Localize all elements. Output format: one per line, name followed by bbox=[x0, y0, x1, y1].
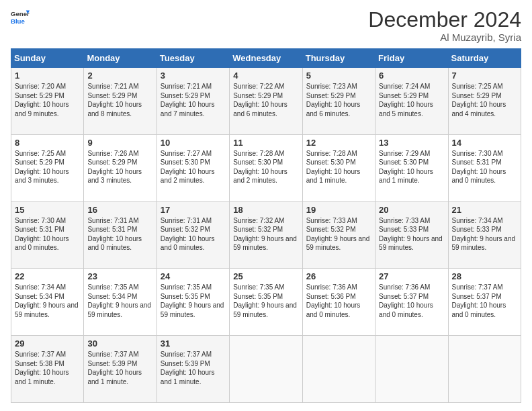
calendar-cell: 8 Sunrise: 7:25 AMSunset: 5:29 PMDayligh… bbox=[11, 134, 84, 201]
day-info: Sunrise: 7:26 AMSunset: 5:29 PMDaylight:… bbox=[87, 149, 152, 185]
day-number: 10 bbox=[161, 138, 226, 148]
calendar-cell: 29 Sunrise: 7:37 AMSunset: 5:38 PMDaylig… bbox=[11, 336, 84, 403]
calendar-cell: 30 Sunrise: 7:37 AMSunset: 5:39 PMDaylig… bbox=[84, 336, 157, 403]
calendar-cell: 1 Sunrise: 7:20 AMSunset: 5:29 PMDayligh… bbox=[11, 68, 84, 135]
day-info: Sunrise: 7:25 AMSunset: 5:29 PMDaylight:… bbox=[15, 149, 80, 185]
day-info: Sunrise: 7:36 AMSunset: 5:37 PMDaylight:… bbox=[379, 283, 444, 319]
day-number: 30 bbox=[87, 338, 152, 349]
day-info: Sunrise: 7:25 AMSunset: 5:29 PMDaylight:… bbox=[452, 82, 517, 118]
day-info: Sunrise: 7:35 AMSunset: 5:34 PMDaylight:… bbox=[87, 283, 152, 319]
day-number: 6 bbox=[379, 71, 444, 81]
day-number: 11 bbox=[233, 138, 298, 148]
calendar-cell: 22 Sunrise: 7:34 AMSunset: 5:34 PMDaylig… bbox=[11, 269, 84, 336]
calendar-cell: 15 Sunrise: 7:30 AMSunset: 5:31 PMDaylig… bbox=[11, 201, 84, 269]
calendar-cell bbox=[302, 336, 375, 403]
day-number: 26 bbox=[306, 271, 371, 281]
day-number: 5 bbox=[306, 71, 371, 81]
day-number: 13 bbox=[379, 138, 444, 148]
day-info: Sunrise: 7:37 AMSunset: 5:39 PMDaylight:… bbox=[161, 350, 226, 386]
calendar-cell: 10 Sunrise: 7:27 AMSunset: 5:30 PMDaylig… bbox=[157, 134, 229, 201]
day-info: Sunrise: 7:36 AMSunset: 5:36 PMDaylight:… bbox=[306, 283, 371, 319]
location: Al Muzayrib, Syria bbox=[368, 32, 521, 43]
day-info: Sunrise: 7:28 AMSunset: 5:30 PMDaylight:… bbox=[233, 149, 298, 185]
col-wednesday: Wednesday bbox=[230, 49, 302, 68]
day-number: 4 bbox=[233, 71, 298, 81]
day-number: 27 bbox=[379, 271, 444, 281]
day-info: Sunrise: 7:37 AMSunset: 5:37 PMDaylight:… bbox=[452, 283, 517, 319]
calendar-cell: 17 Sunrise: 7:31 AMSunset: 5:32 PMDaylig… bbox=[157, 201, 229, 269]
col-thursday: Thursday bbox=[302, 49, 375, 68]
logo-icon: General Blue bbox=[11, 8, 30, 27]
calendar-cell: 2 Sunrise: 7:21 AMSunset: 5:29 PMDayligh… bbox=[84, 68, 157, 135]
day-number: 18 bbox=[233, 205, 298, 215]
calendar-cell: 16 Sunrise: 7:31 AMSunset: 5:31 PMDaylig… bbox=[84, 201, 157, 269]
col-saturday: Saturday bbox=[448, 49, 521, 68]
day-number: 14 bbox=[452, 138, 517, 148]
day-number: 16 bbox=[87, 205, 152, 215]
month-title: December 2024 bbox=[368, 8, 521, 32]
day-info: Sunrise: 7:24 AMSunset: 5:29 PMDaylight:… bbox=[379, 82, 444, 118]
col-friday: Friday bbox=[375, 49, 448, 68]
calendar-cell: 4 Sunrise: 7:22 AMSunset: 5:29 PMDayligh… bbox=[230, 68, 302, 135]
calendar-cell: 11 Sunrise: 7:28 AMSunset: 5:30 PMDaylig… bbox=[230, 134, 302, 201]
calendar-cell: 26 Sunrise: 7:36 AMSunset: 5:36 PMDaylig… bbox=[302, 269, 375, 336]
svg-text:Blue: Blue bbox=[11, 17, 25, 25]
day-info: Sunrise: 7:28 AMSunset: 5:30 PMDaylight:… bbox=[306, 149, 371, 185]
day-number: 8 bbox=[15, 138, 80, 148]
title-area: December 2024 Al Muzayrib, Syria bbox=[368, 8, 521, 43]
day-info: Sunrise: 7:31 AMSunset: 5:31 PMDaylight:… bbox=[87, 216, 152, 253]
calendar-cell: 6 Sunrise: 7:24 AMSunset: 5:29 PMDayligh… bbox=[375, 68, 448, 135]
calendar-page: General Blue December 2024 Al Muzayrib, … bbox=[0, 0, 532, 411]
calendar-cell bbox=[375, 336, 448, 403]
day-number: 1 bbox=[15, 71, 80, 81]
day-info: Sunrise: 7:34 AMSunset: 5:33 PMDaylight:… bbox=[452, 216, 517, 253]
day-info: Sunrise: 7:29 AMSunset: 5:30 PMDaylight:… bbox=[379, 149, 444, 185]
day-number: 21 bbox=[452, 205, 517, 215]
day-info: Sunrise: 7:21 AMSunset: 5:29 PMDaylight:… bbox=[161, 82, 226, 118]
calendar-cell: 3 Sunrise: 7:21 AMSunset: 5:29 PMDayligh… bbox=[157, 68, 229, 135]
calendar-cell: 25 Sunrise: 7:35 AMSunset: 5:35 PMDaylig… bbox=[230, 269, 302, 336]
day-number: 20 bbox=[379, 205, 444, 215]
day-number: 25 bbox=[233, 271, 298, 281]
day-number: 15 bbox=[15, 205, 80, 215]
day-info: Sunrise: 7:37 AMSunset: 5:38 PMDaylight:… bbox=[15, 350, 80, 386]
header: General Blue December 2024 Al Muzayrib, … bbox=[11, 8, 521, 43]
calendar-week-2: 8 Sunrise: 7:25 AMSunset: 5:29 PMDayligh… bbox=[11, 134, 521, 201]
calendar-cell: 5 Sunrise: 7:23 AMSunset: 5:29 PMDayligh… bbox=[302, 68, 375, 135]
col-monday: Monday bbox=[84, 49, 157, 68]
calendar-cell bbox=[448, 336, 521, 403]
day-number: 17 bbox=[161, 205, 226, 215]
calendar-week-1: 1 Sunrise: 7:20 AMSunset: 5:29 PMDayligh… bbox=[11, 68, 521, 135]
day-info: Sunrise: 7:35 AMSunset: 5:35 PMDaylight:… bbox=[161, 283, 226, 319]
calendar-week-4: 22 Sunrise: 7:34 AMSunset: 5:34 PMDaylig… bbox=[11, 269, 521, 336]
col-sunday: Sunday bbox=[11, 49, 84, 68]
calendar-cell: 18 Sunrise: 7:32 AMSunset: 5:32 PMDaylig… bbox=[230, 201, 302, 269]
header-row: Sunday Monday Tuesday Wednesday Thursday… bbox=[11, 49, 521, 68]
day-info: Sunrise: 7:20 AMSunset: 5:29 PMDaylight:… bbox=[15, 82, 80, 118]
calendar-cell: 14 Sunrise: 7:30 AMSunset: 5:31 PMDaylig… bbox=[448, 134, 521, 201]
day-info: Sunrise: 7:23 AMSunset: 5:29 PMDaylight:… bbox=[306, 82, 371, 118]
calendar-week-5: 29 Sunrise: 7:37 AMSunset: 5:38 PMDaylig… bbox=[11, 336, 521, 403]
calendar-cell: 12 Sunrise: 7:28 AMSunset: 5:30 PMDaylig… bbox=[302, 134, 375, 201]
day-info: Sunrise: 7:31 AMSunset: 5:32 PMDaylight:… bbox=[161, 216, 226, 253]
day-number: 24 bbox=[161, 271, 226, 281]
calendar-cell: 13 Sunrise: 7:29 AMSunset: 5:30 PMDaylig… bbox=[375, 134, 448, 201]
calendar-week-3: 15 Sunrise: 7:30 AMSunset: 5:31 PMDaylig… bbox=[11, 201, 521, 269]
day-info: Sunrise: 7:21 AMSunset: 5:29 PMDaylight:… bbox=[87, 82, 152, 118]
day-number: 2 bbox=[87, 71, 152, 81]
day-info: Sunrise: 7:30 AMSunset: 5:31 PMDaylight:… bbox=[15, 216, 80, 253]
calendar-cell: 21 Sunrise: 7:34 AMSunset: 5:33 PMDaylig… bbox=[448, 201, 521, 269]
day-info: Sunrise: 7:30 AMSunset: 5:31 PMDaylight:… bbox=[452, 149, 517, 185]
calendar-cell: 20 Sunrise: 7:33 AMSunset: 5:33 PMDaylig… bbox=[375, 201, 448, 269]
day-info: Sunrise: 7:37 AMSunset: 5:39 PMDaylight:… bbox=[87, 350, 152, 386]
day-number: 23 bbox=[87, 271, 152, 281]
day-number: 9 bbox=[87, 138, 152, 148]
calendar-cell: 24 Sunrise: 7:35 AMSunset: 5:35 PMDaylig… bbox=[157, 269, 229, 336]
day-number: 7 bbox=[452, 71, 517, 81]
logo: General Blue bbox=[11, 8, 30, 27]
day-number: 28 bbox=[452, 271, 517, 281]
calendar-cell bbox=[230, 336, 302, 403]
day-number: 31 bbox=[161, 338, 226, 349]
calendar-cell: 7 Sunrise: 7:25 AMSunset: 5:29 PMDayligh… bbox=[448, 68, 521, 135]
calendar-cell: 27 Sunrise: 7:36 AMSunset: 5:37 PMDaylig… bbox=[375, 269, 448, 336]
